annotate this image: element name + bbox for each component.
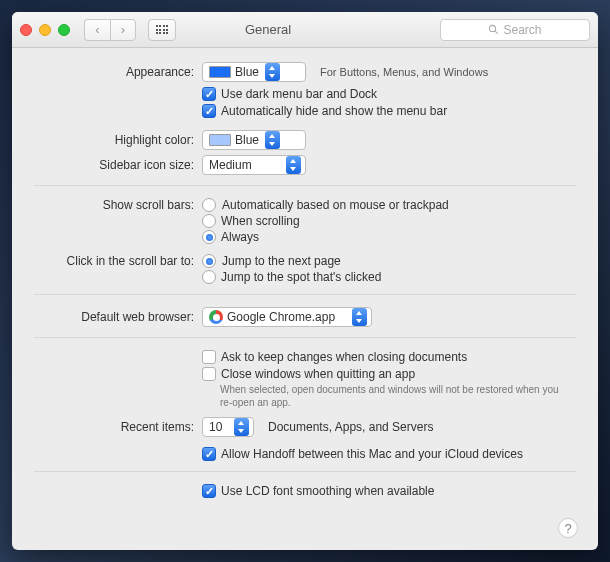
blue-swatch-icon: [209, 66, 231, 78]
content-area: Appearance: Blue For Buttons, Menus, and…: [12, 48, 598, 511]
divider: [34, 337, 576, 338]
titlebar: ‹ › General Search: [12, 12, 598, 48]
browser-value: Google Chrome.app: [227, 310, 335, 324]
scrollbars-auto-radio[interactable]: [202, 198, 216, 212]
appearance-value: Blue: [235, 65, 259, 79]
browser-label: Default web browser:: [34, 310, 202, 324]
sidebar-size-label: Sidebar icon size:: [34, 158, 202, 172]
scrollbars-label: Show scroll bars:: [34, 198, 202, 212]
auto-hide-menu-checkbox[interactable]: [202, 104, 216, 118]
recent-items-label: Recent items:: [34, 420, 202, 434]
highlight-label: Highlight color:: [34, 133, 202, 147]
appearance-hint: For Buttons, Menus, and Windows: [320, 66, 488, 78]
help-button[interactable]: ?: [558, 518, 578, 538]
scrollbars-always-label: Always: [221, 230, 259, 244]
highlight-value: Blue: [235, 133, 259, 147]
handoff-label: Allow Handoff between this Mac and your …: [221, 447, 523, 461]
auto-hide-menu-label: Automatically hide and show the menu bar: [221, 104, 447, 118]
dark-menu-checkbox[interactable]: [202, 87, 216, 101]
click-next-page-label: Jump to the next page: [222, 254, 341, 268]
select-arrows-icon: [265, 131, 280, 149]
lcd-smoothing-checkbox[interactable]: [202, 484, 216, 498]
select-arrows-icon: [286, 156, 301, 174]
divider: [34, 471, 576, 472]
window-controls: [20, 24, 70, 36]
search-placeholder: Search: [503, 23, 541, 37]
handoff-checkbox[interactable]: [202, 447, 216, 461]
recent-items-select[interactable]: 10: [202, 417, 254, 437]
divider: [34, 294, 576, 295]
scrollbars-auto-label: Automatically based on mouse or trackpad: [222, 198, 449, 212]
recent-items-value: 10: [209, 420, 222, 434]
close-windows-checkbox[interactable]: [202, 367, 216, 381]
window-title: General: [102, 22, 434, 37]
chevron-left-icon: ‹: [95, 22, 99, 37]
appearance-label: Appearance:: [34, 65, 202, 79]
general-preferences-window: ‹ › General Search Appearance: Blue: [12, 12, 598, 550]
search-field[interactable]: Search: [440, 19, 590, 41]
select-arrows-icon: [352, 308, 367, 326]
chrome-icon: [209, 310, 223, 324]
highlight-swatch-icon: [209, 134, 231, 146]
help-icon: ?: [564, 521, 571, 536]
click-scroll-label: Click in the scroll bar to:: [34, 254, 202, 268]
svg-line-1: [495, 31, 498, 34]
scrollbars-always-radio[interactable]: [202, 230, 216, 244]
click-spot-label: Jump to the spot that's clicked: [221, 270, 381, 284]
close-window-button[interactable]: [20, 24, 32, 36]
search-icon: [488, 24, 499, 35]
sidebar-size-select[interactable]: Medium: [202, 155, 306, 175]
scrollbars-scrolling-label: When scrolling: [221, 214, 300, 228]
close-windows-hint: When selected, open documents and window…: [220, 383, 560, 409]
minimize-window-button[interactable]: [39, 24, 51, 36]
divider: [34, 185, 576, 186]
select-arrows-icon: [234, 418, 249, 436]
lcd-smoothing-label: Use LCD font smoothing when available: [221, 484, 434, 498]
dark-menu-label: Use dark menu bar and Dock: [221, 87, 377, 101]
svg-point-0: [490, 25, 496, 31]
browser-select[interactable]: Google Chrome.app: [202, 307, 372, 327]
appearance-select[interactable]: Blue: [202, 62, 306, 82]
recent-items-after: Documents, Apps, and Servers: [268, 420, 433, 434]
select-arrows-icon: [265, 63, 280, 81]
zoom-window-button[interactable]: [58, 24, 70, 36]
ask-keep-changes-checkbox[interactable]: [202, 350, 216, 364]
sidebar-size-value: Medium: [209, 158, 252, 172]
ask-keep-changes-label: Ask to keep changes when closing documen…: [221, 350, 467, 364]
click-next-page-radio[interactable]: [202, 254, 216, 268]
close-windows-label: Close windows when quitting an app: [221, 367, 415, 381]
click-spot-radio[interactable]: [202, 270, 216, 284]
scrollbars-scrolling-radio[interactable]: [202, 214, 216, 228]
highlight-select[interactable]: Blue: [202, 130, 306, 150]
